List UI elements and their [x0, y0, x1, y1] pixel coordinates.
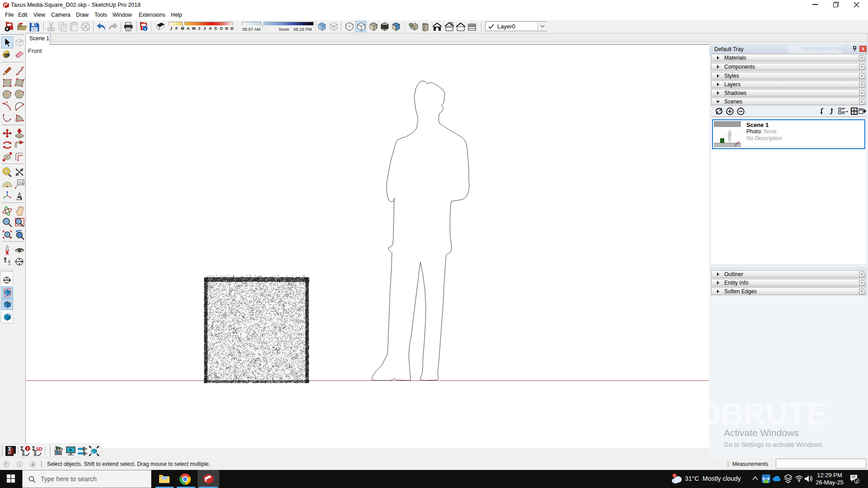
svg-text:1: 1	[674, 474, 675, 477]
svg-text:A1: A1	[19, 180, 24, 185]
svg-text:2: 2	[855, 479, 858, 483]
svg-text:5D: 5D	[36, 446, 42, 452]
svg-text:BiM: BiM	[22, 450, 25, 456]
svg-text:12: 12	[6, 278, 8, 280]
